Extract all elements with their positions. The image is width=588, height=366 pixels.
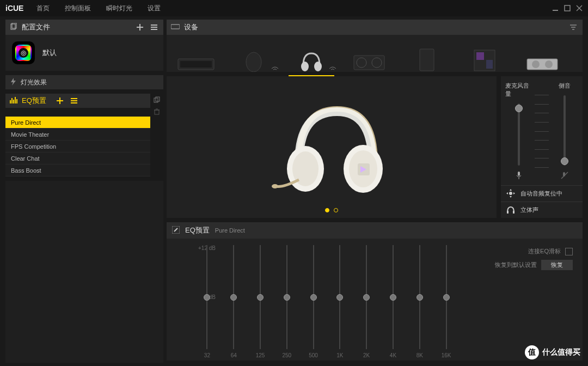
lighting-title: 灯光效果: [21, 78, 47, 87]
svg-point-45: [532, 60, 540, 68]
close-button[interactable]: [576, 5, 583, 11]
device-cooler[interactable]: [350, 45, 389, 72]
mic-volume-label: 麦克风音量: [505, 82, 532, 98]
sidetone-slider[interactable]: [564, 95, 566, 166]
svg-rect-15: [15, 97, 16, 103]
link-sliders-label: 连接EQ滑标: [528, 247, 561, 255]
profiles-title: 配置文件: [22, 22, 50, 32]
eq-band-slider[interactable]: [366, 245, 367, 349]
svg-rect-1: [565, 5, 570, 11]
svg-rect-42: [476, 52, 484, 60]
app-brand: iCUE: [5, 4, 23, 13]
link-sliders-checkbox[interactable]: [565, 248, 573, 255]
device-case[interactable]: [407, 45, 446, 72]
svg-marker-11: [11, 78, 16, 86]
svg-rect-14: [13, 100, 14, 103]
svg-marker-60: [510, 196, 512, 198]
content-area: 设备: [163, 16, 588, 366]
devices-title: 设备: [184, 22, 198, 32]
svg-rect-16: [16, 99, 17, 103]
auto-audio-reset-label: 自动音频复位中: [520, 190, 562, 198]
microphone-icon: [515, 171, 523, 182]
eq-band-slider[interactable]: [206, 245, 207, 349]
device-motherboard[interactable]: [465, 45, 504, 72]
lighting-effects-header[interactable]: 灯光效果: [5, 75, 163, 89]
svg-rect-27: [171, 25, 180, 29]
reset-button[interactable]: 恢复: [541, 260, 573, 270]
svg-point-35: [301, 62, 309, 71]
profile-item-default[interactable]: ◎ 默认: [5, 35, 163, 71]
nav-settings[interactable]: 设置: [148, 4, 161, 13]
add-preset-button[interactable]: [55, 96, 65, 106]
svg-rect-64: [513, 211, 514, 213]
eq-band-slider[interactable]: [233, 245, 234, 349]
reset-default-label: 恢复到默认设置: [495, 261, 537, 269]
eq-band-slider[interactable]: [446, 245, 447, 349]
eq-band-slider[interactable]: [260, 245, 261, 349]
nav-dashboard[interactable]: 控制面板: [65, 4, 91, 13]
mic-volume-slider[interactable]: [518, 103, 520, 166]
svg-point-58: [509, 192, 512, 195]
svg-rect-24: [155, 110, 159, 114]
delete-preset-button[interactable]: [152, 107, 162, 117]
svg-point-53: [272, 184, 278, 188]
auto-audio-reset-row[interactable]: 自动音频复位中: [501, 185, 583, 202]
nav-home[interactable]: 首页: [36, 4, 50, 13]
svg-point-34: [246, 52, 261, 72]
device-headset[interactable]: [292, 45, 331, 72]
preset-item[interactable]: Movie Theater: [5, 129, 150, 141]
sidetone-mute-icon: [560, 171, 569, 182]
preset-item[interactable]: Pure Direct: [5, 117, 150, 129]
preset-item[interactable]: Clear Chat: [5, 152, 150, 164]
sidebar: 配置文件 ◎ 默认 灯光效果 EQ预置: [0, 16, 163, 366]
preset-item[interactable]: FPS Competition: [5, 141, 150, 152]
device-strip: [167, 35, 583, 72]
svg-rect-54: [518, 172, 520, 176]
stereo-mode-label: 立体声: [520, 206, 538, 214]
eq-band-slider[interactable]: [393, 245, 394, 349]
volume-scale: [535, 82, 549, 182]
svg-rect-33: [180, 61, 212, 68]
svg-rect-43: [486, 60, 493, 69]
sidetone-control: 侧音: [551, 82, 578, 182]
device-mouse[interactable]: [234, 45, 273, 72]
lightning-icon: [10, 78, 16, 87]
wireless-icon: [271, 63, 279, 73]
eq-presets-title: EQ预置: [22, 96, 46, 106]
watermark-text: 什么值得买: [542, 347, 580, 357]
svg-marker-59: [510, 189, 512, 191]
svg-rect-37: [354, 56, 384, 70]
devices-sort-button[interactable]: [568, 22, 578, 32]
title-bar: iCUE 首页 控制面板 瞬时灯光 设置: [0, 0, 588, 16]
preset-item[interactable]: Bass Boost: [5, 164, 150, 176]
devices-header: 设备: [167, 20, 583, 35]
profiles-menu-button[interactable]: [149, 22, 159, 32]
equalizer-icon: [10, 97, 17, 105]
stereo-mode-row[interactable]: 立体声: [501, 202, 583, 218]
eq-sliders: +12 dB 0 dB 32 64 125 250 500 1K 2K 4K 8…: [198, 245, 455, 358]
keyboard-icon: [171, 23, 180, 32]
edit-icon[interactable]: [172, 226, 180, 235]
eq-band-slider[interactable]: [339, 245, 340, 349]
preset-menu-button[interactable]: [69, 96, 79, 106]
carousel-dot[interactable]: [325, 208, 329, 212]
eq-presets-header: EQ预置: [5, 94, 150, 108]
carousel-dot[interactable]: [334, 208, 338, 212]
eq-options: 连接EQ滑标 恢复到默认设置 恢复: [464, 245, 573, 358]
minimize-button[interactable]: [552, 5, 559, 11]
nav-instant-lighting[interactable]: 瞬时灯光: [106, 4, 132, 13]
eq-band-slider[interactable]: [419, 245, 420, 349]
eq-band-slider[interactable]: [286, 245, 287, 349]
eq-band-slider[interactable]: [313, 245, 314, 349]
add-profile-button[interactable]: [135, 22, 145, 32]
device-gpu[interactable]: [523, 45, 562, 72]
device-keyboard[interactable]: [176, 45, 216, 72]
svg-rect-13: [11, 98, 13, 103]
mic-volume-control: 麦克风音量: [505, 82, 532, 182]
profile-logo-icon: ◎: [12, 41, 35, 64]
sidetone-label: 侧音: [559, 82, 571, 90]
duplicate-preset-button[interactable]: [152, 95, 162, 105]
maximize-button[interactable]: [564, 5, 571, 11]
headphones-icon: [506, 206, 515, 215]
preset-list: Pure Direct Movie Theater FPS Competitio…: [5, 117, 150, 176]
